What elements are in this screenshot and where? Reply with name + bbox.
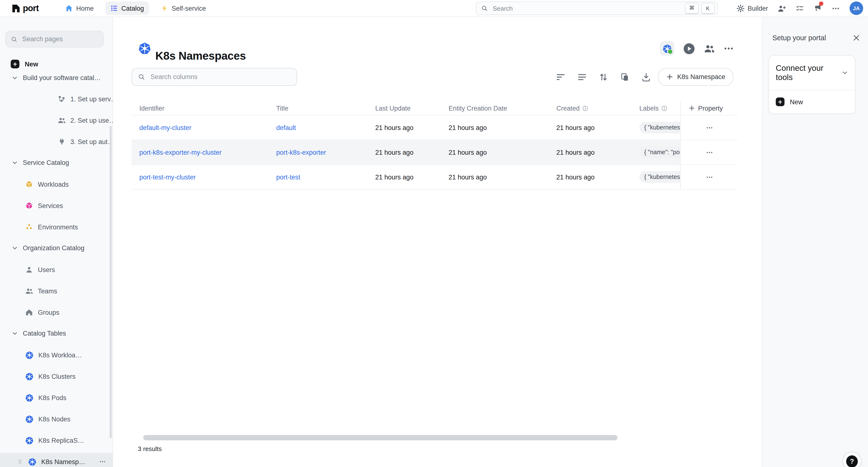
filter-icon[interactable]	[556, 72, 565, 82]
table-row: port-k8s-exporter-my-cluster port-k8s-ex…	[131, 140, 738, 165]
sidebar-item-k8s-nodes[interactable]: K8s Nodes	[0, 410, 113, 428]
column-header-labels[interactable]: Labels	[631, 104, 680, 112]
main-content: K8s Namespaces K8s Namespace	[113, 16, 763, 467]
nav-tab-self-service[interactable]: Self-service	[156, 1, 211, 15]
drag-handle-icon[interactable]	[17, 458, 23, 465]
sidebar-search-input[interactable]	[21, 35, 98, 43]
labels-chip[interactable]: { "kubernetes	[639, 122, 680, 133]
exporter-status-badge[interactable]	[660, 41, 674, 56]
panel-new-button[interactable]: + New	[769, 90, 855, 113]
builder-button[interactable]: Builder	[737, 4, 768, 12]
catalog-list-icon	[110, 4, 118, 12]
plus-icon	[688, 105, 695, 111]
table-row: default-my-cluster default 21 hours ago …	[131, 115, 738, 140]
nav-tab-home[interactable]: Home	[60, 1, 98, 15]
global-search-input[interactable]	[492, 4, 683, 12]
kubernetes-icon	[25, 372, 33, 380]
add-k8s-namespace-button[interactable]: K8s Namespace	[658, 68, 734, 86]
sidebar-item-k8s-namespaces[interactable]: K8s Namesp…	[0, 453, 113, 467]
identifier-link[interactable]: default-my-cluster	[139, 124, 191, 131]
search-columns[interactable]	[131, 68, 297, 86]
audience-icon[interactable]	[704, 43, 715, 54]
last-update-value: 21 hours ago	[375, 124, 413, 131]
labels-chip[interactable]: { "kubernetes	[639, 171, 680, 183]
group-by-icon[interactable]	[577, 72, 587, 82]
title-link[interactable]: default	[276, 124, 296, 131]
kubernetes-icon	[138, 42, 151, 55]
sidebar-item-services[interactable]: Services	[0, 197, 113, 214]
row-options-button[interactable]	[703, 146, 716, 159]
search-icon	[11, 36, 18, 42]
title-link[interactable]: port-test	[276, 173, 300, 181]
row-options-button[interactable]	[703, 171, 716, 183]
horizontal-scrollbar-thumb[interactable]	[143, 435, 618, 440]
checklist-icon[interactable]	[796, 4, 804, 12]
results-count: 3 results	[138, 445, 162, 453]
sidebar-scrollbar-thumb[interactable]	[110, 126, 112, 438]
sidebar-item-k8s-pods[interactable]: K8s Pods	[0, 389, 113, 406]
last-update-value: 21 hours ago	[375, 148, 413, 156]
sidebar-item-users[interactable]: Users	[0, 261, 113, 278]
column-header-created[interactable]: Created	[549, 104, 631, 112]
sidebar-group-service-catalog[interactable]: Service Catalog	[0, 154, 113, 171]
sidebar-group-organization-catalog[interactable]: Organization Catalog	[0, 239, 113, 257]
sidebar-group-build-catalog[interactable]: Build your software catal…	[0, 69, 113, 86]
port-logo[interactable]: port	[11, 0, 39, 16]
gear-icon	[737, 4, 745, 12]
question-mark-icon: ?	[846, 455, 858, 467]
port-logo-text: port	[23, 3, 39, 13]
column-header-last-update[interactable]: Last Update	[368, 104, 441, 112]
last-update-value: 21 hours ago	[375, 173, 413, 181]
sidebar-item-groups[interactable]: Groups	[0, 304, 113, 321]
column-header-title[interactable]: Title	[269, 104, 368, 112]
sidebar-search[interactable]	[5, 31, 104, 47]
kubernetes-icon	[28, 458, 36, 466]
sidebar-item-environments[interactable]: Environments	[0, 218, 113, 236]
labels-chip[interactable]: { "name": "por	[639, 146, 680, 158]
item-options-icon[interactable]	[99, 458, 106, 465]
add-property-button[interactable]: Property	[680, 101, 738, 115]
ellipsis-icon	[706, 148, 713, 156]
sidebar-item-workloads[interactable]: Workloads	[0, 175, 113, 193]
ellipsis-icon	[706, 124, 713, 131]
cmd-keycap: ⌘	[685, 3, 699, 14]
sidebar-item-k8s-clusters[interactable]: K8s Clusters	[0, 368, 113, 385]
manage-properties-icon[interactable]	[620, 72, 630, 82]
status-green-dot	[668, 49, 673, 54]
sidebar-item-k8s-replicasets[interactable]: K8s ReplicaS…	[0, 432, 113, 449]
sidebar-item-teams[interactable]: Teams	[0, 282, 113, 300]
nav-tab-catalog[interactable]: Catalog	[105, 1, 149, 15]
kubernetes-icon	[25, 394, 33, 402]
close-icon[interactable]	[852, 34, 860, 42]
invite-user-icon[interactable]	[778, 4, 786, 12]
created-value: 21 hours ago	[556, 148, 595, 156]
main-nav: Home Catalog Self-service	[60, 0, 211, 16]
export-download-icon[interactable]	[641, 72, 651, 82]
sidebar-item-setup-users[interactable]: 2. Set up use…	[0, 111, 113, 129]
setup-portal-panel: Setup your portal Connect your tools + N…	[762, 16, 868, 467]
column-header-entity-creation-date[interactable]: Entity Creation Date	[441, 104, 549, 112]
connect-tools-header[interactable]: Connect your tools	[769, 56, 855, 90]
identifier-link[interactable]: port-k8s-exporter-my-cluster	[139, 148, 222, 156]
page-more-options-icon[interactable]	[723, 43, 734, 54]
user-avatar[interactable]: JA	[849, 1, 863, 15]
column-header-identifier[interactable]: Identifier	[131, 104, 269, 112]
sidebar-item-setup-service[interactable]: 1. Set up serv…	[0, 90, 113, 108]
sidebar-group-catalog-tables[interactable]: Catalog Tables	[0, 325, 113, 342]
sidebar-item-setup-automations[interactable]: 3. Set up aut…	[0, 133, 113, 150]
identifier-link[interactable]: port-test-my-cluster	[139, 173, 196, 181]
add-button-label: K8s Namespace	[677, 73, 725, 80]
search-columns-input[interactable]	[150, 73, 291, 81]
plug-icon	[58, 138, 65, 145]
play-walkthrough-button[interactable]	[683, 42, 695, 55]
more-options-icon[interactable]	[832, 4, 840, 12]
title-link[interactable]: port-k8s-exporter	[276, 148, 326, 156]
k-keycap: K	[701, 3, 715, 14]
sidebar-item-k8s-workloads[interactable]: K8s Workloa…	[0, 346, 113, 364]
global-search[interactable]: ⌘ K	[476, 1, 718, 15]
announcements-button[interactable]	[814, 3, 822, 13]
info-icon	[582, 105, 588, 111]
nav-self-service-label: Self-service	[172, 5, 206, 12]
row-options-button[interactable]	[703, 121, 716, 134]
sort-icon[interactable]	[598, 72, 608, 82]
